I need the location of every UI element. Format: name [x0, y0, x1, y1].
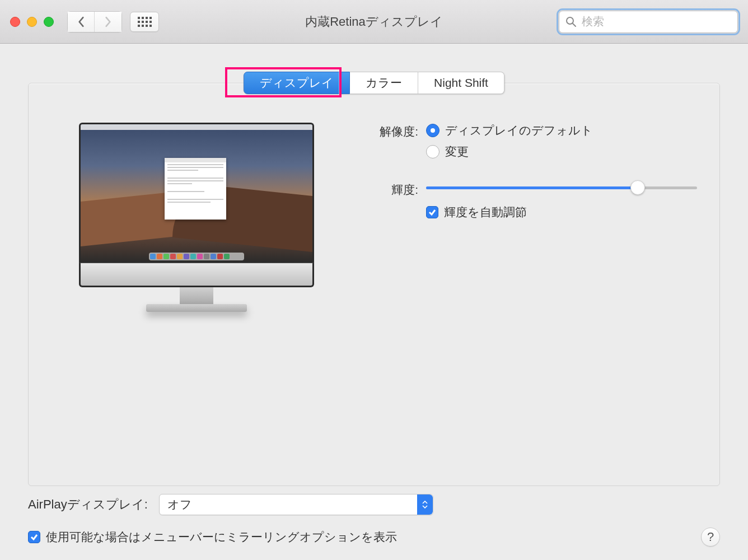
brightness-row: 輝度: 輝度を自動調節 [364, 181, 697, 220]
resolution-default-label: ディスプレイのデフォルト [445, 123, 593, 138]
airplay-label: AirPlayディスプレイ: [28, 496, 148, 513]
help-button[interactable]: ? [701, 528, 720, 547]
content-area: ディスプレイ カラー Night Shift [0, 44, 748, 486]
resolution-scaled-label: 変更 [445, 144, 469, 160]
radio-checked-icon [426, 124, 440, 137]
grid-icon [138, 17, 152, 27]
tab-display[interactable]: ディスプレイ [244, 72, 350, 94]
monitor-preview [62, 123, 331, 469]
resolution-label: 解像度: [364, 123, 426, 139]
window-titlebar: 内蔵Retinaディスプレイ [0, 0, 748, 44]
mirroring-option[interactable]: 使用可能な場合はメニューバーにミラーリングオプションを表示 [28, 529, 397, 545]
traffic-lights [10, 17, 54, 27]
airplay-row: AirPlayディスプレイ: オフ [28, 494, 720, 515]
mirroring-label: 使用可能な場合はメニューバーにミラーリングオプションを表示 [46, 529, 397, 545]
search-input[interactable] [559, 11, 738, 33]
svg-point-0 [567, 17, 573, 24]
show-all-button[interactable] [130, 12, 159, 32]
minimize-window-button[interactable] [27, 17, 37, 27]
settings-form: 解像度: ディスプレイのデフォルト 変更 輝度: [331, 123, 697, 469]
tab-color[interactable]: カラー [350, 72, 418, 94]
checkbox-checked-icon [426, 206, 438, 218]
resolution-scaled-option[interactable]: 変更 [426, 144, 697, 160]
bottom-area: AirPlayディスプレイ: オフ 使用可能な場合はメニューバーにミラーリングオ… [0, 486, 748, 560]
mirroring-row: 使用可能な場合はメニューバーにミラーリングオプションを表示 ? [28, 528, 720, 547]
svg-line-1 [573, 24, 576, 26]
resolution-row: 解像度: ディスプレイのデフォルト 変更 [364, 123, 697, 165]
auto-brightness-option[interactable]: 輝度を自動調節 [426, 204, 697, 220]
close-window-button[interactable] [10, 17, 20, 27]
back-button[interactable] [68, 12, 95, 32]
airplay-value: オフ [160, 497, 192, 512]
settings-panel: 解像度: ディスプレイのデフォルト 変更 輝度: [28, 83, 720, 486]
brightness-slider[interactable] [426, 181, 697, 194]
airplay-select[interactable]: オフ [159, 494, 433, 515]
monitor-illustration [79, 123, 314, 312]
brightness-label: 輝度: [364, 181, 426, 198]
select-arrows-icon [417, 494, 433, 515]
nav-buttons [67, 11, 122, 32]
forward-button[interactable] [95, 12, 121, 32]
checkbox-checked-icon [28, 531, 40, 543]
tab-bar: ディスプレイ カラー Night Shift [244, 72, 504, 94]
zoom-window-button[interactable] [44, 17, 54, 27]
search-wrap [559, 11, 738, 33]
resolution-default-option[interactable]: ディスプレイのデフォルト [426, 123, 697, 138]
auto-brightness-label: 輝度を自動調節 [444, 204, 527, 220]
tab-night-shift[interactable]: Night Shift [418, 72, 504, 94]
radio-unchecked-icon [426, 145, 440, 158]
search-icon [565, 16, 577, 29]
